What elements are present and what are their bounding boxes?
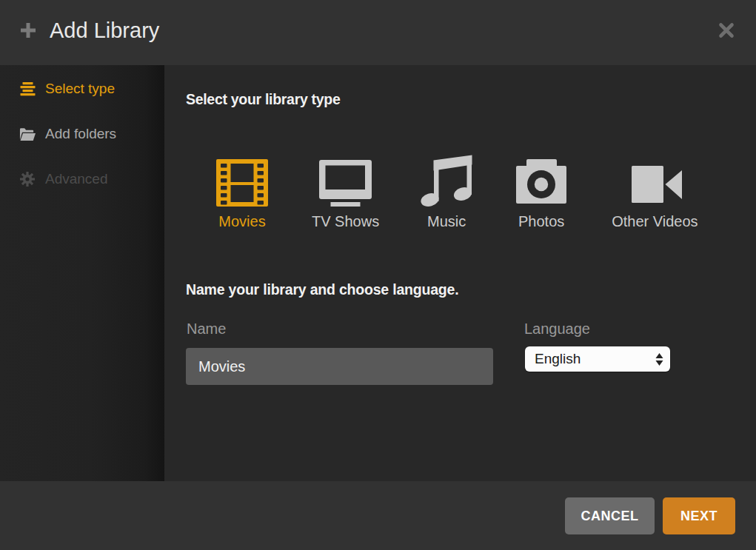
- close-icon: [718, 22, 735, 38]
- close-button[interactable]: [710, 14, 743, 47]
- library-type-movies[interactable]: Movies: [216, 155, 268, 230]
- library-type-label: Music: [427, 213, 466, 230]
- film-icon: [216, 155, 268, 207]
- library-type-label: Photos: [518, 213, 564, 230]
- dialog-footer: CANCEL NEXT: [0, 481, 756, 550]
- folder-icon: [19, 127, 36, 141]
- plus-icon: [19, 21, 37, 39]
- library-type-photos[interactable]: Photos: [516, 155, 566, 230]
- sidebar-item-label: Advanced: [45, 171, 108, 187]
- library-type-other-videos[interactable]: Other Videos: [612, 155, 698, 230]
- steps-sidebar: Select type Add folders: [0, 65, 164, 481]
- language-select-value: English: [535, 351, 581, 367]
- camera-icon: [516, 155, 566, 207]
- video-camera-icon: [626, 155, 683, 207]
- library-type-row: Movies TV Shows: [216, 155, 698, 230]
- music-note-icon: [421, 155, 472, 207]
- library-type-heading: Select your library type: [186, 91, 340, 108]
- add-library-dialog: Add Library Select type: [0, 0, 756, 550]
- cancel-button[interactable]: CANCEL: [565, 497, 655, 534]
- library-type-label: TV Shows: [312, 213, 379, 230]
- sidebar-item-label: Add folders: [45, 126, 116, 142]
- sidebar-item-label: Select type: [45, 81, 115, 97]
- library-name-input[interactable]: [186, 348, 493, 385]
- dialog-header: Add Library: [0, 0, 756, 65]
- next-button[interactable]: NEXT: [663, 497, 735, 534]
- dialog-title: Add Library: [50, 19, 159, 43]
- gear-icon: [19, 172, 36, 187]
- tv-icon: [319, 155, 372, 207]
- form-heading: Name your library and choose language.: [186, 281, 458, 298]
- main-panel: Select your library type: [164, 65, 756, 481]
- language-select[interactable]: English: [525, 346, 670, 372]
- lines-icon: [19, 81, 36, 97]
- library-type-label: Movies: [218, 213, 265, 230]
- name-field-label: Name: [187, 321, 226, 338]
- library-type-music[interactable]: Music: [421, 155, 472, 230]
- library-type-label: Other Videos: [612, 213, 698, 230]
- select-stepper-icon: [655, 346, 663, 372]
- library-type-tv-shows[interactable]: TV Shows: [312, 155, 379, 230]
- language-field-label: Language: [524, 321, 590, 338]
